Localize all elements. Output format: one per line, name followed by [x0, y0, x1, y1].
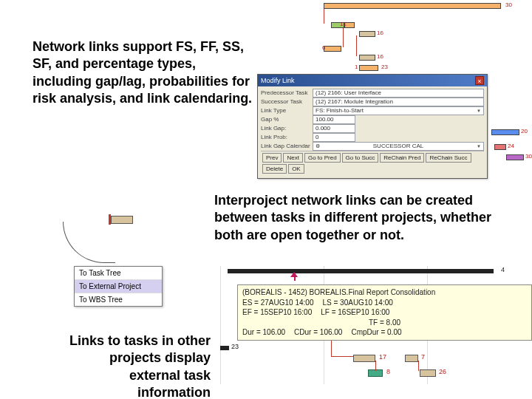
- gantt-bar: [353, 355, 375, 362]
- goto-pred-button[interactable]: Go to Pred: [304, 153, 341, 163]
- dialog-title-text: Modify Link: [261, 77, 295, 84]
- link-type-label: Link Type: [261, 107, 313, 114]
- menu-item-task-tree[interactable]: To Task Tree: [75, 267, 162, 280]
- bar-label: 20: [521, 128, 528, 134]
- gantt-bar: [359, 55, 375, 61]
- caption-network-links: Network links support FS, FF, SS, SF, an…: [33, 38, 258, 108]
- bar-label: 24: [508, 143, 514, 149]
- side-gantt: 20 24 30: [491, 115, 532, 174]
- bar-label: 30: [505, 1, 512, 8]
- tooltip-cmpdur: CmpDur = 0.00: [351, 327, 401, 338]
- gap-pct-label: Gap %: [261, 116, 313, 123]
- bar-label: 4: [501, 266, 505, 273]
- tooltip-lf: LF = 16SEP10 16:00: [321, 307, 389, 318]
- link-gap-label: Link Gap:: [261, 125, 313, 132]
- dialog-titlebar: Modify Link ×: [258, 75, 487, 86]
- predecessor-value: (12) 2166: User Interface: [313, 89, 484, 98]
- mini-gantt: 30 11 16 6 16 1 23: [301, 1, 523, 75]
- link-gap-input[interactable]: 0.000: [313, 124, 355, 133]
- bar-label: 30: [525, 153, 532, 160]
- caption-interproject-links: Interproject network links can be create…: [214, 192, 495, 244]
- bar-label: 23: [231, 343, 239, 350]
- tooltip-ls: LS = 30AUG10 14:00: [322, 298, 392, 308]
- close-icon[interactable]: ×: [475, 76, 484, 85]
- chevron-down-icon: ▼: [477, 143, 481, 150]
- predecessor-label: Predecessor Task: [261, 89, 313, 96]
- successor-label: Successor Task: [261, 98, 313, 105]
- tooltip-dur: Dur = 106.00: [242, 327, 285, 338]
- link-line: [356, 35, 357, 56]
- link-type-select[interactable]: FS: Finish-to-Start ▼: [313, 106, 484, 115]
- bar-label: 1: [355, 64, 358, 70]
- bar-label: 8: [386, 368, 390, 375]
- link-line: [375, 361, 376, 371]
- bar-label: 17: [379, 353, 386, 361]
- gantt-bar: [506, 154, 524, 160]
- bar-label: 6: [322, 44, 325, 51]
- delete-button[interactable]: Delete: [262, 164, 287, 174]
- menu-item-external-project[interactable]: To External Project: [75, 280, 162, 293]
- goto-succ-button[interactable]: Go to Succ: [342, 153, 379, 163]
- ok-button[interactable]: OK: [288, 164, 304, 174]
- link-line: [343, 28, 344, 47]
- gantt-bar: [324, 46, 341, 52]
- link-line: [418, 361, 419, 371]
- link-line: [331, 356, 353, 357]
- rechain-succ-button[interactable]: ReChain Succ: [426, 153, 471, 163]
- link-target-menu: To Task Tree To External Project To WBS …: [74, 266, 163, 307]
- successor-value: (12) 2167: Module Integration: [313, 98, 484, 106]
- gantt-bar: [359, 65, 378, 71]
- mid-left-sketch: [63, 214, 133, 251]
- tooltip-es: ES = 27AUG10 14:00: [242, 298, 313, 308]
- bar-label: 23: [381, 64, 388, 70]
- link-prob-input[interactable]: 0: [313, 133, 355, 142]
- tooltip-cdur: CDur = 106.00: [294, 327, 342, 338]
- gap-pct-input[interactable]: 100.00: [313, 115, 355, 124]
- gantt-bar: [359, 31, 375, 37]
- gantt-bar: [405, 355, 418, 362]
- pointer-arc: [63, 222, 115, 263]
- link-line: [324, 9, 324, 24]
- link-prob-label: Link Prob:: [261, 134, 313, 140]
- prev-button[interactable]: Prev: [262, 153, 282, 163]
- arrow-up-icon: [290, 272, 298, 277]
- link-calendar-label: Link Gap Calendar: [261, 143, 313, 149]
- gantt-bar: [494, 144, 506, 150]
- bar-label: 16: [377, 53, 383, 60]
- gantt-bar: [491, 129, 519, 135]
- link-line: [331, 340, 332, 356]
- tooltip-tf: TF = 8.00: [242, 318, 527, 328]
- rechain-pred-button[interactable]: ReChain Pred: [380, 153, 424, 163]
- bar-label: 16: [377, 30, 383, 36]
- external-task-tooltip: (BOREALIS - 1452) BOREALIS.Final Report …: [237, 284, 532, 341]
- tooltip-title: (BOREALIS - 1452) BOREALIS.Final Report …: [242, 287, 527, 298]
- summary-bar: [228, 269, 494, 273]
- caption-external-task-info: Links to tasks in other projects display…: [59, 332, 211, 399]
- bar-label: 11: [340, 21, 347, 27]
- next-button[interactable]: Next: [283, 153, 302, 163]
- link-calendar-value: SUCCESSOR CAL: [373, 143, 423, 150]
- gantt-bar: [220, 346, 229, 350]
- external-task-gantt: 4 18 23 17 7 8 26 (BOREALIS - 1452) BORE…: [220, 266, 529, 384]
- link-calendar-select[interactable]: ⚙ SUCCESSOR CAL ▼: [313, 142, 484, 151]
- bar-label: 7: [421, 353, 425, 361]
- gantt-bar: [420, 369, 436, 377]
- bar-label: 26: [439, 368, 446, 375]
- tooltip-ef: EF = 15SEP10 16:00: [242, 307, 312, 318]
- modify-link-dialog: Modify Link × Predecessor Task (12) 2166…: [257, 74, 488, 179]
- link-type-value: FS: Finish-to-Start: [316, 107, 364, 115]
- chevron-down-icon: ▼: [477, 107, 481, 115]
- gantt-bar: [324, 3, 501, 9]
- menu-item-wbs-tree[interactable]: To WBS Tree: [75, 293, 162, 306]
